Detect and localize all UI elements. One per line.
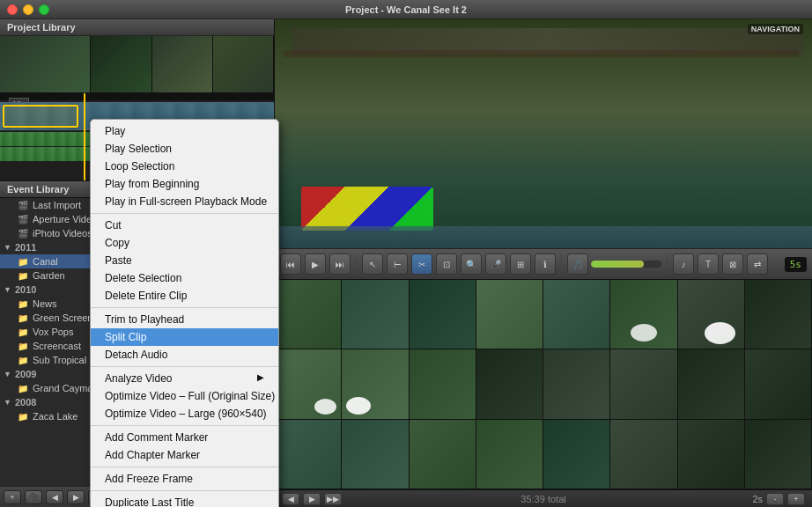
film-thumb-13[interactable] (543, 349, 610, 418)
zoom-out-button[interactable]: - (766, 493, 784, 505)
menu-separator (91, 366, 278, 367)
window-title: Project - We Canal See It 2 (345, 4, 467, 15)
audio-level-fill (591, 261, 644, 268)
menu-separator (91, 425, 278, 426)
film-thumb-8[interactable] (745, 280, 812, 349)
filmstrip-row-3 (275, 420, 812, 489)
menu-item-delete-entire-clip[interactable]: Delete Entire Clip (91, 287, 278, 305)
film-thumb-1[interactable] (275, 280, 342, 349)
thumb-1[interactable] (0, 36, 91, 92)
film-thumb-17[interactable] (275, 420, 342, 489)
menu-item-play[interactable]: Play (91, 122, 278, 140)
menu-item-detach-audio[interactable]: Detach Audio (91, 346, 278, 364)
playhead[interactable] (84, 93, 85, 180)
film-thumb-22[interactable] (610, 420, 677, 489)
camera-button[interactable]: 🎥 (25, 490, 42, 504)
forward-button[interactable]: ⏭ (329, 254, 351, 275)
menu-item-delete-selection[interactable]: Delete Selection (91, 269, 278, 287)
title-bar: Project - We Canal See It 2 (0, 0, 812, 19)
film-thumb-16[interactable] (745, 349, 812, 418)
menu-item-duplicate-last-title[interactable]: Duplicate Last Title (91, 494, 278, 507)
film-thumb-11[interactable] (410, 349, 476, 418)
window-controls (7, 4, 49, 15)
filmstrip-row-2 (275, 349, 812, 419)
film-thumb-7[interactable] (678, 280, 745, 349)
separator-3 (667, 255, 668, 273)
audio-level (591, 261, 661, 268)
menu-item-paste[interactable]: Paste (91, 252, 278, 269)
menu-item-optimize-video--full-original-size[interactable]: Optimize Video – Full (Original Size) (91, 387, 278, 405)
film-thumb-18[interactable] (342, 420, 409, 489)
zoom-in-button[interactable]: + (787, 493, 805, 505)
select-tool[interactable]: ↖ (362, 254, 383, 275)
status-left-controls: ◀ ▶ ▶▶ (282, 493, 342, 505)
main-layout: Project Library 10s (0, 19, 812, 507)
film-thumb-12[interactable] (476, 349, 543, 418)
film-thumb-21[interactable] (543, 420, 610, 489)
blade-tool[interactable]: ✂ (411, 254, 432, 275)
menu-item-play-in-full-screen-playback-mode[interactable]: Play in Full-screen Playback Mode (91, 193, 278, 210)
menu-item-loop-selection[interactable]: Loop Selection (91, 158, 278, 175)
play-pause-button[interactable]: ▶ (305, 254, 326, 275)
close-button[interactable] (7, 4, 18, 15)
film-thumb-5[interactable] (543, 280, 610, 349)
film-thumb-20[interactable] (476, 420, 543, 489)
trim-tool[interactable]: ⊢ (387, 254, 408, 275)
maximize-button[interactable] (39, 4, 49, 15)
menu-item-add-comment-marker[interactable]: Add Comment Marker (91, 429, 278, 446)
status-play-button[interactable]: ▶ (303, 493, 321, 505)
status-fwd-button[interactable]: ▶▶ (324, 493, 342, 505)
status-bar: ◀ ▶ ▶▶ 35:39 total 2s - + (275, 489, 812, 507)
menu-item-add-freeze-frame[interactable]: Add Freeze Frame (91, 470, 278, 488)
separator-1 (356, 255, 357, 273)
thumb-2[interactable] (91, 36, 151, 92)
total-duration: 35:39 total (520, 494, 565, 504)
timecode-display: 5s (785, 257, 807, 272)
voice-tool[interactable]: 🎤 (485, 254, 506, 275)
menu-item-optimize-video--large-960540[interactable]: Optimize Video – Large (960×540) (91, 405, 278, 422)
menu-item-play-from-beginning[interactable]: Play from Beginning (91, 175, 278, 193)
film-thumb-23[interactable] (678, 420, 745, 489)
play-button[interactable]: ▶ (67, 490, 85, 504)
separator-2 (561, 255, 562, 273)
menu-item-copy[interactable]: Copy (91, 234, 278, 252)
transition-button[interactable]: ⇄ (747, 254, 768, 275)
transform-tool[interactable]: ⊞ (510, 254, 531, 275)
info-button[interactable]: ℹ (535, 254, 556, 275)
music-button[interactable]: ♪ (673, 254, 694, 275)
photo-button[interactable]: ⊠ (722, 254, 743, 275)
film-thumb-14[interactable] (610, 349, 677, 418)
menu-item-split-clip[interactable]: Split Clip (91, 328, 278, 346)
zoom-tool[interactable]: 🔍 (461, 254, 482, 275)
film-thumb-24[interactable] (745, 420, 812, 489)
video-background: NAVIGATION (275, 19, 812, 248)
film-thumb-19[interactable] (410, 420, 476, 489)
film-thumb-6[interactable] (610, 280, 677, 349)
prev-button[interactable]: ◀ (46, 490, 63, 504)
menu-item-play-selection[interactable]: Play Selection (91, 140, 278, 158)
film-thumb-9[interactable] (275, 349, 342, 418)
crop-tool[interactable]: ⊡ (436, 254, 457, 275)
film-thumb-15[interactable] (678, 349, 745, 418)
toolbar-row: ⏮ ▶ ⏭ ↖ ⊢ ✂ ⊡ 🔍 🎤 ⊞ ℹ 🎵 ♪ T ⊠ ⇄ 5s (275, 248, 812, 280)
status-right-controls: 2s - + (752, 493, 805, 505)
add-button[interactable]: + (4, 490, 21, 504)
menu-item-trim-to-playhead[interactable]: Trim to Playhead (91, 311, 278, 328)
text-button[interactable]: T (698, 254, 719, 275)
film-thumb-10[interactable] (342, 349, 409, 418)
audio-button[interactable]: 🎵 (567, 254, 588, 275)
minimize-button[interactable] (23, 4, 33, 15)
menu-separator (91, 307, 278, 308)
thumb-3[interactable] (152, 36, 213, 92)
film-thumb-2[interactable] (342, 280, 409, 349)
thumb-4[interactable] (213, 36, 274, 92)
right-panel: NAVIGATION ⏮ ▶ ⏭ ↖ ⊢ ✂ ⊡ 🔍 🎤 ⊞ ℹ 🎵 (275, 19, 812, 507)
menu-item-add-chapter-marker[interactable]: Add Chapter Marker (91, 446, 278, 464)
status-back-button[interactable]: ◀ (282, 493, 299, 505)
rewind-button[interactable]: ⏮ (280, 254, 301, 275)
film-thumb-4[interactable] (476, 280, 543, 349)
film-thumb-3[interactable] (410, 280, 476, 349)
menu-separator (91, 467, 278, 467)
menu-item-cut[interactable]: Cut (91, 217, 278, 234)
menu-item-analyze-video[interactable]: Analyze Video▶ (91, 370, 278, 387)
